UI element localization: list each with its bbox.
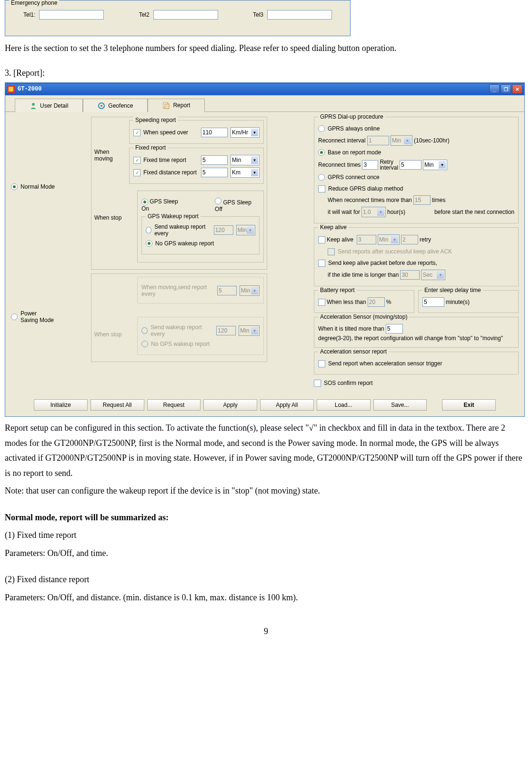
sleepdelay-input[interactable] xyxy=(422,297,444,307)
accel-title: Acceleration Sensor (moving/stop) xyxy=(318,313,409,320)
tel3-input[interactable] xyxy=(267,10,332,20)
no-wakeup-radio[interactable] xyxy=(146,240,152,247)
speeding-checkbox[interactable]: ✓ xyxy=(133,129,141,136)
emergency-phone-window: Emergency phone Tel1: Tel2 Tel3 xyxy=(5,0,351,36)
gps-sleep-off-radio[interactable] xyxy=(215,198,221,204)
reduce-checkbox[interactable] xyxy=(318,185,325,192)
save-button[interactable]: Save... xyxy=(373,399,427,411)
accelrep-title: Acceleration sensor report xyxy=(318,348,389,355)
power-moving-unit-select: Min▼ xyxy=(240,285,260,296)
fixed-dist-unit-select[interactable]: Km▼ xyxy=(231,167,260,178)
tel2-field: Tel2 xyxy=(139,10,218,20)
retry-interval-unit[interactable]: Min▼ xyxy=(423,160,447,170)
tel3-field: Tel3 xyxy=(253,10,332,20)
outro-p1: Report setup can be configured in this s… xyxy=(5,421,527,481)
normal-mode-heading: Normal mode, report will be summarized a… xyxy=(5,513,169,522)
gps-sleep-on-radio[interactable] xyxy=(141,199,148,205)
fixed-time-label: Fixed time report xyxy=(143,157,198,163)
tab-geofence[interactable]: Geofence xyxy=(83,99,148,112)
outro-p2: Note: that user can configure the wakeup… xyxy=(5,484,527,499)
svg-rect-1 xyxy=(9,87,13,91)
power-saving-radio[interactable] xyxy=(11,313,18,320)
gprs-once-radio[interactable] xyxy=(318,174,325,181)
power-send-wakeup-value xyxy=(216,326,236,335)
chevron-down-icon: ▼ xyxy=(437,271,444,279)
battery-checkbox[interactable] xyxy=(318,299,325,306)
fixed-title: Fixed report xyxy=(133,144,168,151)
report-icon xyxy=(162,101,170,109)
reconnect-interval-input xyxy=(367,136,389,145)
speeding-unit-select[interactable]: Km/Hr▼ xyxy=(231,127,260,138)
no-wakeup-label: No GPS wakeup report xyxy=(155,240,214,247)
intro-text: Here is the section to set the 3 telepho… xyxy=(5,41,527,56)
apply-button[interactable]: Apply xyxy=(203,399,257,411)
keep-idle-unit: Sec▼ xyxy=(421,270,445,280)
fixed-dist-value[interactable] xyxy=(201,168,228,177)
keep-alive-checkbox[interactable] xyxy=(318,236,325,243)
request-button[interactable]: Request xyxy=(147,399,201,411)
keep-alive-unit: Min▼ xyxy=(378,234,400,245)
user-icon xyxy=(30,102,37,110)
chevron-down-icon: ▼ xyxy=(251,169,258,176)
speeding-title: Speeding report xyxy=(133,117,178,123)
speeding-value[interactable] xyxy=(201,128,228,137)
tab-user-detail[interactable]: User Detail xyxy=(15,99,83,112)
page-number: 9 xyxy=(5,624,527,639)
retry-interval-input[interactable] xyxy=(400,160,422,170)
normal-mode-radio[interactable] xyxy=(11,183,18,190)
normal-mode-label: Normal Mode xyxy=(20,183,55,190)
gprs-base-radio[interactable] xyxy=(318,149,325,156)
power-when-stop-label: When stop xyxy=(94,317,137,359)
minimize-button[interactable]: _ xyxy=(489,84,500,94)
battery-title: Battery report xyxy=(318,287,357,293)
reduce-times-input xyxy=(413,195,431,205)
tel1-input[interactable] xyxy=(39,10,104,20)
wakeup-title: GPS Wakeup report xyxy=(146,213,201,220)
tel2-input[interactable] xyxy=(153,10,218,20)
initialize-button[interactable]: Initialize xyxy=(34,399,88,411)
fixed-dist-checkbox[interactable]: ✓ xyxy=(133,169,141,176)
tab-report[interactable]: Report xyxy=(148,99,205,112)
request-all-button[interactable]: Request All xyxy=(90,399,144,411)
chevron-down-icon: ▼ xyxy=(251,327,258,334)
tel1-label: Tel1: xyxy=(23,11,35,18)
accelrep-checkbox[interactable] xyxy=(318,360,325,367)
chevron-down-icon: ▼ xyxy=(251,156,258,164)
tel1-field: Tel1: xyxy=(23,10,104,20)
app-icon xyxy=(7,85,15,93)
speeding-label: When speed over xyxy=(143,129,198,136)
reconnect-times-input[interactable] xyxy=(362,160,378,170)
keep-before-checkbox[interactable] xyxy=(318,260,325,267)
gprs-always-radio[interactable] xyxy=(318,125,325,132)
chevron-down-icon: ▼ xyxy=(251,287,258,294)
maximize-button[interactable]: ❐ xyxy=(501,84,511,94)
svg-rect-6 xyxy=(165,104,169,109)
fixed-time-value[interactable] xyxy=(201,155,228,165)
close-button[interactable]: ✕ xyxy=(512,84,522,94)
item2a: (2) Fixed distance report xyxy=(5,572,527,587)
keep-ack-checkbox xyxy=(328,248,335,255)
gt2000-window: GT-2000 _ ❐ ✕ User Detail Geofence Repor… xyxy=(5,82,525,417)
emergency-group-title: Emergency phone xyxy=(9,0,59,6)
keep-alive-val2 xyxy=(401,235,418,244)
fixed-time-checkbox[interactable]: ✓ xyxy=(133,157,141,164)
accel-input[interactable] xyxy=(386,324,403,333)
power-no-wakeup-label: No GPS wakeup report xyxy=(151,341,210,347)
send-wakeup-label: Send wakeup report every xyxy=(154,223,211,237)
item1a: (1) Fixed time report xyxy=(5,528,527,543)
load-button[interactable]: Load... xyxy=(317,399,371,411)
power-send-wakeup-label: Send wakeup report every xyxy=(151,324,213,337)
power-send-wakeup-radio xyxy=(141,327,148,334)
exit-button[interactable]: Exit xyxy=(442,399,496,411)
sos-checkbox[interactable] xyxy=(314,380,321,387)
chevron-down-icon: ▼ xyxy=(247,226,254,234)
when-stop-label: When stop xyxy=(94,191,137,266)
title-bar: GT-2000 _ ❐ ✕ xyxy=(5,83,524,95)
svg-point-2 xyxy=(32,103,35,106)
power-saving-label: Power Saving Mode xyxy=(20,310,54,323)
fixed-time-unit-select[interactable]: Min▼ xyxy=(231,155,260,165)
power-moving-label: When moving,send report every xyxy=(141,284,214,297)
apply-all-button[interactable]: Apply All xyxy=(260,399,314,411)
sleepdelay-title: Enter sleep delay time xyxy=(422,287,483,293)
send-wakeup-radio[interactable] xyxy=(146,227,151,233)
